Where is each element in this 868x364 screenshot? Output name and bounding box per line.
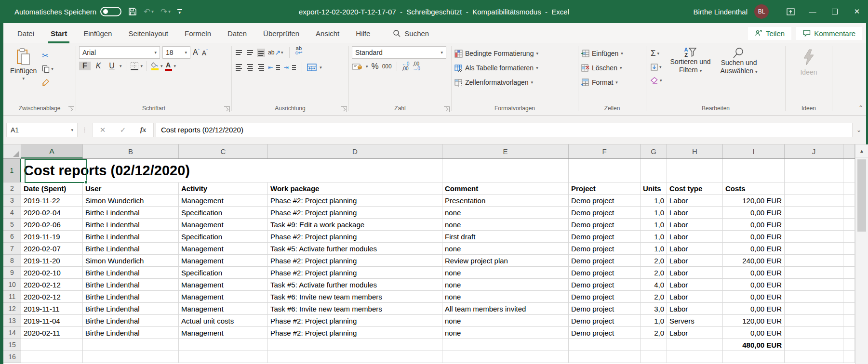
cell-H9[interactable]: Labor	[667, 267, 723, 279]
cell-B11[interactable]: Birthe Lindenthal	[83, 291, 179, 303]
column-header-A[interactable]: A	[21, 144, 83, 158]
cut-button[interactable]: ✂	[40, 49, 55, 62]
percent-style-button[interactable]: %	[372, 62, 379, 71]
paste-button[interactable]: Einfügen ▾	[6, 46, 40, 83]
delete-cells-button[interactable]: Löschen▾	[581, 62, 622, 74]
cell-E4[interactable]: none	[442, 207, 569, 219]
scroll-up-icon[interactable]: ▲	[855, 144, 868, 158]
cell-I3[interactable]: 120,00 EUR	[723, 195, 785, 207]
font-dialog-launcher-icon[interactable]	[224, 106, 230, 112]
cell-H16[interactable]	[667, 351, 723, 363]
alignment-dialog-launcher-icon[interactable]	[341, 106, 347, 112]
cell-B5[interactable]: Birthe Lindenthal	[83, 219, 179, 231]
cell-I1[interactable]	[723, 159, 785, 182]
column-header-H[interactable]: H	[667, 144, 723, 158]
formula-input[interactable]: Cost reports (02/12/2020)	[156, 123, 853, 137]
cell-D7[interactable]: Task #5: Activate further modules	[268, 243, 442, 255]
tab-start[interactable]: Start	[42, 23, 75, 43]
cell-B9[interactable]: Birthe Lindenthal	[83, 267, 179, 279]
borders-icon[interactable]	[130, 62, 139, 70]
wrap-text-button[interactable]: abc↩	[295, 46, 303, 59]
insert-function-icon[interactable]: fx	[133, 126, 153, 134]
align-left-icon[interactable]	[235, 63, 243, 72]
cell-I4[interactable]: 0,00 EUR	[723, 207, 785, 219]
cell-J8[interactable]	[785, 255, 843, 267]
cell-A11[interactable]: 2020-02-12	[21, 291, 83, 303]
save-icon[interactable]	[128, 7, 137, 16]
column-header-G[interactable]: G	[641, 144, 667, 158]
cell-E9[interactable]: none	[442, 267, 569, 279]
cell-B6[interactable]: Birthe Lindenthal	[83, 231, 179, 243]
cell-E15[interactable]	[442, 339, 569, 351]
italic-button[interactable]: K	[93, 62, 104, 70]
cell-F4[interactable]: Demo project	[569, 207, 641, 219]
cell-D11[interactable]: Task #6: Invite new team members	[268, 291, 442, 303]
font-color-button[interactable]: A	[165, 62, 172, 71]
decrease-decimal-button[interactable]: ,00→0	[413, 62, 420, 71]
cell-I8[interactable]: 240,00 EUR	[723, 255, 785, 267]
cell-G6[interactable]: 1,0	[641, 231, 667, 243]
align-top-icon[interactable]	[235, 49, 243, 56]
cell-G11[interactable]: 2,0	[641, 291, 667, 303]
cell-H15[interactable]	[667, 339, 723, 351]
cell-E12[interactable]: All team members invited	[442, 303, 569, 315]
row-header-14[interactable]: 14	[3, 327, 21, 339]
align-center-icon[interactable]	[246, 63, 254, 72]
cell-H4[interactable]: Labor	[667, 207, 723, 219]
cell-A7[interactable]: 2020-02-07	[21, 243, 83, 255]
cell-C15[interactable]	[179, 339, 268, 351]
tell-me-search[interactable]: Suchen	[393, 29, 429, 38]
cell-B8[interactable]: Simon Wunderlich	[83, 255, 179, 267]
cell-H13[interactable]: Servers	[667, 315, 723, 327]
share-button[interactable]: Teilen	[748, 27, 791, 40]
cell-F6[interactable]: Demo project	[569, 231, 641, 243]
cell-F5[interactable]: Demo project	[569, 219, 641, 231]
cell-G16[interactable]	[641, 351, 667, 363]
align-middle-icon[interactable]	[246, 49, 254, 56]
select-all-corner[interactable]	[3, 144, 21, 158]
cell-A14[interactable]: 2020-02-11	[21, 327, 83, 339]
cell-H6[interactable]: Labor	[667, 231, 723, 243]
tab-formeln[interactable]: Formeln	[176, 23, 219, 43]
cell-J6[interactable]	[785, 231, 843, 243]
cell-B12[interactable]: Birthe Lindenthal	[83, 303, 179, 315]
font-size-select[interactable]: 18▾	[162, 46, 190, 59]
cell-C10[interactable]: Management	[179, 279, 268, 291]
cell-D12[interactable]: Task #6: Invite new team members	[268, 303, 442, 315]
cell-B3[interactable]: Simon Wunderlich	[83, 195, 179, 207]
cell-A2[interactable]: Date (Spent)	[21, 182, 83, 195]
font-color-dropdown-icon[interactable]: ▾	[174, 64, 176, 68]
collapse-ribbon-icon[interactable]: ⌃	[858, 104, 863, 111]
customize-qat-icon[interactable]: ▾	[177, 9, 182, 14]
cell-E13[interactable]: none	[442, 315, 569, 327]
cell-C2[interactable]: Activity	[179, 182, 268, 195]
cell-C9[interactable]: Specification	[179, 267, 268, 279]
format-cells-button[interactable]: Format▾	[581, 76, 618, 89]
row-header-16[interactable]: 16	[3, 351, 21, 363]
cell-H7[interactable]: Labor	[667, 243, 723, 255]
cell-J12[interactable]	[785, 303, 843, 315]
cell-E3[interactable]: Presentation	[442, 195, 569, 207]
cell-D5[interactable]: Task #9: Edit a work package	[268, 219, 442, 231]
cell-C8[interactable]: Management	[179, 255, 268, 267]
ideas-button[interactable]: Ideen	[793, 46, 824, 79]
cell-G15[interactable]	[641, 339, 667, 351]
cell-B2[interactable]: User	[83, 182, 179, 195]
cell-styles-button[interactable]: Zellenformatvorlagen▾	[454, 76, 533, 89]
cell-I6[interactable]: 0,00 EUR	[723, 231, 785, 243]
cell-G4[interactable]: 1,0	[641, 207, 667, 219]
cell-D8[interactable]: Phase #2: Project planning	[268, 255, 442, 267]
cell-G14[interactable]: 2,0	[641, 327, 667, 339]
merge-dropdown-icon[interactable]: ▾	[320, 65, 322, 70]
cell-F16[interactable]	[569, 351, 641, 363]
autosave-toggle[interactable]: Automatisches Speichern	[14, 7, 121, 16]
comments-button[interactable]: Kommentare	[796, 27, 862, 40]
cell-F12[interactable]: Demo project	[569, 303, 641, 315]
cell-J3[interactable]	[785, 195, 843, 207]
cell-A10[interactable]: 2020-02-12	[21, 279, 83, 291]
cell-A12[interactable]: 2019-11-11	[21, 303, 83, 315]
row-header-4[interactable]: 4	[3, 207, 21, 219]
cell-C16[interactable]	[179, 351, 268, 363]
accounting-dropdown-icon[interactable]: ▾	[366, 64, 368, 69]
cell-E11[interactable]: none	[442, 291, 569, 303]
